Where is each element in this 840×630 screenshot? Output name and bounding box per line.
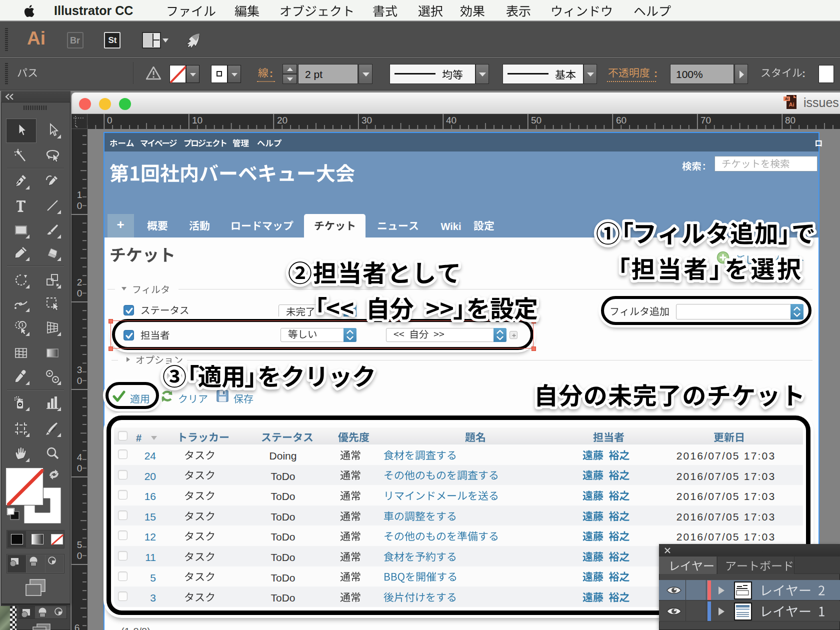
svg-text:2: 2 <box>77 277 82 288</box>
svg-text:Ai: Ai <box>789 102 794 108</box>
svg-text:60: 60 <box>616 115 626 126</box>
svg-text:40: 40 <box>446 115 456 126</box>
svg-text:5: 5 <box>77 540 82 550</box>
svg-text:4: 4 <box>77 452 82 462</box>
svg-text:Al: Al <box>785 97 788 100</box>
svg-text:0: 0 <box>77 200 82 211</box>
svg-text:80: 80 <box>785 115 796 126</box>
svg-text:70: 70 <box>700 115 711 126</box>
svg-text:10: 10 <box>192 115 202 126</box>
svg-text:30: 30 <box>362 115 372 126</box>
svg-text:3: 3 <box>77 364 82 375</box>
svg-text:0: 0 <box>107 115 112 126</box>
svg-text:1: 1 <box>77 190 82 200</box>
svg-text:0: 0 <box>77 288 82 298</box>
svg-text:0: 0 <box>77 463 82 474</box>
svg-text:6: 6 <box>74 622 80 630</box>
svg-text:20: 20 <box>277 115 288 126</box>
svg-text:50: 50 <box>531 115 542 126</box>
svg-text:0: 0 <box>77 376 82 386</box>
svg-text:0: 0 <box>77 550 82 561</box>
